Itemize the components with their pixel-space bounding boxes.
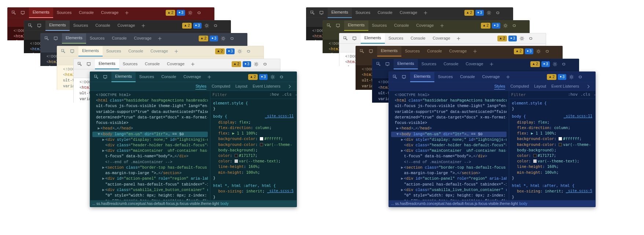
- tab-elements[interactable]: Elements: [45, 21, 70, 31]
- gear-icon[interactable]: [567, 73, 575, 81]
- css-rule[interactable]: html *, html :after, html {_site.scss:5b…: [213, 183, 294, 200]
- dom-line[interactable]: "0" style="width: 0px; height: 0px; z-in…: [391, 193, 507, 198]
- tab-sources[interactable]: Sources: [434, 72, 456, 82]
- dom-tree[interactable]: <!DOCTYPE html> <html class="hasSidebar …: [389, 91, 509, 200]
- tab-elements[interactable]: Elements: [377, 46, 401, 56]
- dom-line[interactable]: ult-focus js-focus-visible theme-light" …: [92, 103, 208, 109]
- dom-line[interactable]: determined="true" data-target="docs" x-m…: [92, 115, 208, 120]
- dock-icon[interactable]: [211, 22, 220, 30]
- gear-icon[interactable]: [252, 60, 260, 68]
- dock-icon[interactable]: [494, 9, 502, 17]
- kebab-icon[interactable]: [204, 9, 212, 17]
- tab-elements[interactable]: Elements: [344, 21, 368, 31]
- gear-icon[interactable]: [269, 73, 277, 81]
- dom-line[interactable]: ▶<div class="usabilla_live_button_contai…: [391, 187, 507, 193]
- tab-coverage[interactable]: Coverage: [462, 59, 487, 69]
- device-icon[interactable]: [400, 73, 408, 81]
- dock-icon[interactable]: [261, 60, 269, 68]
- dock-icon[interactable]: [576, 73, 584, 81]
- more-tabs-icon[interactable]: [455, 34, 463, 43]
- kebab-icon[interactable]: [253, 47, 261, 55]
- dom-line[interactable]: <!--end of .mainContainer -->: [92, 159, 208, 165]
- gear-icon[interactable]: [203, 22, 211, 30]
- warnings-badge[interactable]: ▲2: [514, 48, 523, 54]
- tab-coverage[interactable]: Coverage: [396, 8, 421, 18]
- tab-elements[interactable]: Elements: [95, 59, 119, 69]
- dom-line[interactable]: <html class="hasSidebar hasPageActions h…: [391, 98, 507, 103]
- more-tabs-icon[interactable]: [438, 22, 446, 30]
- tab-console[interactable]: Console: [75, 8, 97, 18]
- inspect-icon[interactable]: [59, 47, 67, 55]
- inspect-icon[interactable]: [358, 47, 366, 55]
- warnings-badge[interactable]: ▲2: [530, 61, 540, 67]
- gear-icon[interactable]: [236, 47, 244, 55]
- kebab-icon[interactable]: [519, 22, 527, 30]
- dom-line[interactable]: p: 50%; margin-top: 0px; position: fixed…: [92, 198, 208, 200]
- tab-elements[interactable]: Elements: [361, 33, 385, 44]
- tab-console[interactable]: Console: [125, 46, 147, 56]
- dock-icon[interactable]: [560, 60, 568, 68]
- device-icon[interactable]: [383, 60, 391, 68]
- gear-icon[interactable]: [186, 9, 194, 17]
- subtab-layout[interactable]: Layout: [534, 83, 546, 89]
- dom-line[interactable]: ▶<section class="border-top has-default-…: [92, 165, 208, 170]
- dom-line[interactable]: <html class="hasSidebar hasPageActions h…: [92, 98, 208, 103]
- tab-coverage[interactable]: Coverage: [130, 33, 155, 44]
- warnings-badge[interactable]: ▲2: [232, 61, 241, 67]
- device-icon[interactable]: [350, 34, 358, 43]
- kebab-icon[interactable]: [237, 34, 245, 43]
- tab-console[interactable]: Console: [407, 33, 429, 44]
- dom-line[interactable]: ▶<div class="mainContainer uhf-container…: [391, 148, 507, 154]
- inspect-icon[interactable]: [391, 73, 399, 81]
- device-icon[interactable]: [85, 60, 93, 68]
- dom-line[interactable]: ▶<div id="action-panel" role="region" ar…: [391, 176, 507, 181]
- dom-line[interactable]: ▼<body lang="en-us" dir="ltr">… == $0: [391, 132, 507, 137]
- source-link[interactable]: _site.scss:11: [564, 114, 592, 119]
- tab-sources[interactable]: Sources: [136, 72, 158, 82]
- dom-line[interactable]: ▶<head>…</head>: [92, 126, 208, 131]
- css-rule[interactable]: body {_site.scss:11display: flex;flex-di…: [213, 114, 294, 181]
- dom-line[interactable]: ▶<div style="display: none;" id="lightni…: [92, 137, 208, 143]
- tab-console[interactable]: Console: [158, 72, 180, 82]
- errors-badge[interactable]: ●3: [243, 61, 251, 67]
- tab-elements[interactable]: Elements: [328, 8, 352, 18]
- dom-line[interactable]: ult-focus js-focus-visible theme-light" …: [391, 103, 507, 109]
- subtab-styles[interactable]: Styles: [195, 83, 206, 90]
- more-tabs-icon[interactable]: [471, 47, 479, 55]
- tab-elements[interactable]: Elements: [111, 72, 136, 82]
- tab-coverage[interactable]: Coverage: [479, 72, 504, 82]
- kebab-icon[interactable]: [270, 60, 278, 68]
- dom-line[interactable]: "0" style="width: 0px; height: 0px; z-in…: [92, 193, 208, 198]
- tab-coverage[interactable]: Coverage: [114, 21, 139, 31]
- gear-icon[interactable]: [518, 34, 526, 43]
- dom-line[interactable]: "action-panel has-default-focus" tabinde…: [391, 182, 507, 187]
- more-tabs-icon[interactable]: [422, 9, 430, 17]
- css-rule[interactable]: html *, html :after, html {_site.scss:5b…: [512, 183, 592, 200]
- dom-line[interactable]: ▶<section class="border-top has-default-…: [391, 165, 507, 170]
- dom-line[interactable]: as-margin-top-large ">…</section>: [391, 170, 507, 176]
- breadcrumb[interactable]: ... ss.hasBreadcrumb.conceptual.has-defa…: [90, 200, 297, 207]
- more-tabs-icon[interactable]: [123, 9, 131, 17]
- tab-console[interactable]: Console: [456, 72, 478, 82]
- kebab-icon[interactable]: [503, 9, 511, 17]
- tab-sources[interactable]: Sources: [385, 33, 407, 44]
- tab-sources[interactable]: Sources: [53, 8, 75, 18]
- tab-console[interactable]: Console: [390, 21, 412, 31]
- tab-elements[interactable]: Elements: [29, 8, 53, 18]
- dock-icon[interactable]: [244, 47, 253, 55]
- tab-coverage[interactable]: Coverage: [413, 21, 438, 31]
- subtab-event-listeners[interactable]: Event Listeners: [551, 83, 579, 89]
- subtab-layout[interactable]: Layout: [235, 83, 247, 89]
- more-tabs-icon[interactable]: [156, 34, 164, 43]
- device-icon[interactable]: [52, 34, 60, 43]
- dom-line[interactable]: <!DOCTYPE html>: [92, 92, 208, 98]
- more-tabs-icon[interactable]: [189, 60, 197, 68]
- gear-icon[interactable]: [485, 9, 493, 17]
- subtab-event-listeners[interactable]: Event Listeners: [253, 83, 280, 89]
- tab-coverage[interactable]: Coverage: [163, 59, 188, 69]
- tab-sources[interactable]: Sources: [368, 21, 390, 31]
- source-link[interactable]: _site.scss:11: [265, 114, 294, 119]
- inspect-icon[interactable]: [342, 34, 350, 43]
- device-icon[interactable]: [101, 73, 109, 81]
- kebab-icon[interactable]: [568, 60, 577, 68]
